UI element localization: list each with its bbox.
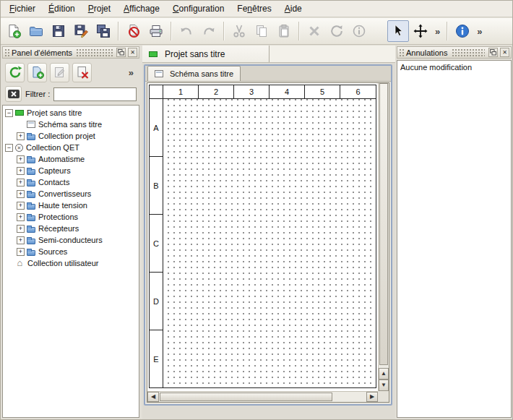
float-panel-button[interactable] — [488, 48, 498, 57]
close-file-button[interactable] — [123, 20, 145, 42]
tree-item[interactable]: +Haute tension — [3, 200, 139, 211]
menu-item[interactable]: Configuration — [166, 1, 230, 16]
scroll-down-button[interactable]: ▼ — [379, 380, 389, 391]
new-document-button[interactable] — [3, 20, 25, 42]
folder-icon — [27, 227, 35, 233]
paste-button[interactable] — [273, 20, 295, 42]
tab-project[interactable]: Projet sans titre — [142, 46, 270, 62]
diagram-column-headers: 123456 — [150, 85, 376, 99]
horizontal-scrollbar-thumb[interactable] — [160, 393, 332, 401]
delete-element-button[interactable] — [72, 63, 92, 82]
tree-item[interactable]: Schéma sans titre — [3, 119, 139, 130]
tree-item-label: Schéma sans titre — [38, 120, 102, 129]
tree-expander[interactable]: + — [17, 236, 25, 244]
delete-button[interactable] — [303, 20, 325, 42]
panel-toolbar-overflow-chevron[interactable]: » — [126, 67, 137, 78]
tree-item-label: Contacts — [38, 178, 69, 187]
open-project-button[interactable] — [25, 20, 47, 42]
filter-label: Filtrer : — [25, 90, 50, 98]
project-subwindow: Schéma sans titre 123456 ABCDE — [144, 64, 392, 406]
close-panel-button[interactable]: ✕ — [500, 48, 509, 57]
tree-item[interactable]: +Automatisme — [3, 153, 139, 165]
tree-item[interactable]: +Collection projet — [3, 130, 139, 142]
toolbar-overflow-chevron[interactable]: » — [432, 26, 443, 37]
tab-schema[interactable]: Schéma sans titre — [147, 66, 241, 81]
toolbar-overflow-chevron[interactable]: » — [474, 26, 485, 37]
float-panel-button[interactable] — [116, 48, 126, 57]
scroll-right-button[interactable]: ▶ — [366, 392, 378, 402]
menu-item[interactable]: Aide — [278, 1, 309, 16]
new-element-button[interactable] — [27, 63, 47, 82]
edit-element-button[interactable] — [50, 63, 69, 82]
redo-icon — [201, 23, 217, 39]
vertical-scrollbar-thumb[interactable] — [379, 83, 388, 365]
menubar: FichierÉditionProjetAffichageConfigurati… — [1, 1, 512, 17]
dock-grip[interactable] — [4, 48, 9, 56]
tree-item[interactable]: +Sources — [3, 246, 139, 257]
tree-item[interactable]: +Convertisseurs — [3, 188, 139, 200]
tree-expander[interactable]: + — [17, 190, 25, 198]
tree-item[interactable]: +Protections — [3, 211, 139, 223]
close-panel-button[interactable]: ✕ — [128, 48, 137, 57]
tree-expander[interactable]: + — [17, 167, 25, 175]
filter-input[interactable] — [53, 87, 137, 101]
tree-expander[interactable]: + — [17, 202, 25, 210]
tree-item[interactable]: +Capteurs — [3, 165, 139, 176]
tree-expander[interactable]: + — [17, 179, 25, 187]
move-tool-button[interactable] — [410, 20, 431, 42]
reload-collections-button[interactable] — [5, 63, 25, 82]
dock-grip[interactable] — [452, 48, 486, 56]
about-qet-button[interactable] — [452, 20, 473, 42]
undo-history-list[interactable]: Aucune modification — [397, 60, 512, 418]
elements-panel-title: Panel d'éléments — [12, 48, 72, 57]
rotate-button[interactable] — [326, 20, 348, 42]
element-tree[interactable]: −Projet sans titreSchéma sans titre+Coll… — [2, 105, 139, 418]
clear-filter-button[interactable] — [5, 86, 22, 102]
tree-item[interactable]: +Contacts — [3, 176, 139, 188]
menu-item[interactable]: Fichier — [3, 1, 42, 16]
home-icon: ⌂ — [15, 259, 25, 267]
copy-button[interactable] — [251, 20, 272, 42]
tree-expander[interactable]: − — [5, 144, 13, 152]
tree-item[interactable]: −Projet sans titre — [3, 107, 139, 119]
column-header: 6 — [340, 85, 376, 98]
scroll-left-button[interactable]: ◀ — [147, 392, 159, 402]
dock-grip[interactable] — [76, 48, 113, 56]
tree-item[interactable]: −✕Collection QET — [3, 142, 139, 153]
menu-item[interactable]: Édition — [42, 1, 82, 16]
menu-item[interactable]: Projet — [82, 1, 117, 16]
menu-item[interactable]: Affichage — [117, 1, 166, 16]
print-icon — [148, 23, 164, 39]
tree-item-label: Collection projet — [38, 132, 95, 140]
mdi-area: Schéma sans titre 123456 ABCDE — [142, 63, 395, 419]
tree-item[interactable]: +Semi-conducteurs — [3, 234, 139, 246]
menu-item[interactable]: Fenêtres — [230, 1, 277, 16]
tree-expander[interactable]: + — [17, 248, 25, 256]
tree-expander[interactable]: + — [17, 213, 25, 221]
object-info-button[interactable] — [348, 20, 370, 42]
save-as-button[interactable] — [70, 20, 92, 42]
diagram-canvas[interactable]: 123456 ABCDE — [147, 83, 378, 391]
diagram-grid[interactable] — [163, 99, 376, 387]
tree-item[interactable]: +Récepteurs — [3, 223, 139, 234]
dock-grip[interactable] — [399, 48, 404, 56]
cut-button[interactable] — [228, 20, 250, 42]
tree-expander[interactable]: + — [17, 155, 25, 163]
undo-button[interactable] — [176, 20, 197, 42]
horizontal-scrollbar[interactable]: ◀ ▶ — [147, 391, 378, 402]
print-button[interactable] — [145, 20, 167, 42]
scroll-up-button[interactable]: ▲ — [379, 368, 389, 380]
save-all-button[interactable] — [92, 20, 114, 42]
tree-expander[interactable]: − — [5, 109, 13, 117]
vertical-scrollbar[interactable]: ▲ ▼ — [378, 83, 389, 391]
select-tool-button[interactable] — [387, 20, 409, 42]
tree-expander[interactable]: + — [17, 225, 25, 233]
save-button[interactable] — [48, 20, 69, 42]
redo-button[interactable] — [198, 20, 220, 42]
tree-item[interactable]: ⌂Collection utilisateur — [3, 257, 139, 269]
column-header: 3 — [234, 85, 270, 98]
tree-expander[interactable]: + — [17, 132, 25, 140]
toolbar-separator — [171, 22, 172, 40]
row-header: B — [150, 157, 163, 215]
tree-item-label: Sources — [38, 247, 67, 256]
